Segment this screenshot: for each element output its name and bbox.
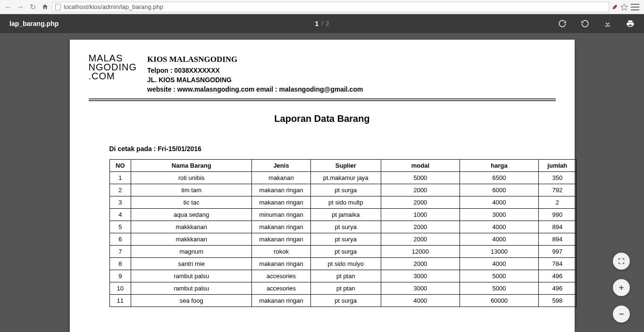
table-cell: 784 [539, 257, 576, 270]
table-row: 6makkkananmakanan ringanpt surya20004000… [109, 233, 576, 245]
table-row: 7magnumrokokpt surga1200013000997 [109, 245, 576, 257]
table-cell: 2000 [381, 196, 460, 208]
company-phone: Telpon : 0038XXXXXXX [147, 66, 363, 75]
table-cell: pt.makamur jaya [310, 171, 381, 184]
table-cell: roti unibis [131, 171, 252, 184]
document-page: MALAS NGODING .COM KIOS MALASNGODING Tel… [70, 40, 575, 332]
table-cell: 13000 [460, 245, 538, 257]
company-address: JL. KIOS MALASNGODING [147, 75, 363, 85]
forward-button[interactable]: → [15, 2, 25, 12]
header-divider [89, 98, 556, 101]
table-cell: 5000 [381, 171, 460, 184]
table-cell: aqua sedang [131, 208, 252, 221]
table-cell: makanan [252, 171, 311, 184]
table-cell: santri mie [131, 257, 252, 270]
table-cell: sea foog [131, 294, 252, 306]
address-bar[interactable]: localhost/kios/admin/lap_barang.php [52, 2, 609, 12]
table-header-row: NO Nama Barang Jenis Suplier modal harga… [109, 159, 576, 171]
table-cell: 894 [539, 221, 576, 233]
table-cell: 2000 [381, 257, 460, 270]
col-harga: harga [460, 159, 538, 171]
report-title: Laporan Data Barang [89, 113, 556, 124]
table-row: 10rambut palsuaccesoriespt ptan300050004… [109, 282, 576, 294]
zoom-out-button[interactable]: − [613, 306, 630, 323]
table-cell: 3000 [460, 208, 538, 221]
table-cell: makanan ringan [252, 294, 311, 306]
table-cell: 2000 [381, 233, 460, 245]
table-cell: 6500 [460, 171, 538, 184]
table-row: 2tim tammakanan ringanpt surga2000600079… [109, 184, 576, 196]
table-row: 11sea foogmakanan ringanpt surga40006000… [109, 294, 576, 306]
table-cell: 5 [109, 221, 131, 233]
printed-on-label: Di cetak pada : Fri-15/01/2016 [109, 145, 556, 153]
table-cell: 9 [109, 270, 131, 282]
hamburger-menu-icon[interactable] [631, 4, 639, 10]
pdf-filename: lap_barang.php [9, 20, 59, 27]
company-logo: MALAS NGODING .COM [89, 54, 137, 81]
pdf-viewer-area[interactable]: MALAS NGODING .COM KIOS MALASNGODING Tel… [0, 33, 644, 332]
table-cell: 4 [109, 208, 131, 221]
table-cell: accesories [252, 270, 311, 282]
table-cell: 894 [539, 233, 576, 245]
col-modal: modal [381, 159, 460, 171]
table-cell: makanan ringan [252, 221, 311, 233]
table-row: 8santri miemakanan ringanpt sido mulyo20… [109, 257, 576, 270]
fit-page-button[interactable] [613, 253, 630, 270]
table-row: 4aqua sedangminuman ringanpt jamaika1000… [109, 208, 576, 221]
page-icon [55, 4, 61, 10]
table-cell: 496 [539, 270, 576, 282]
table-cell: 990 [539, 208, 576, 221]
col-nama: Nama Barang [131, 159, 252, 171]
document-header: MALAS NGODING .COM KIOS MALASNGODING Tel… [89, 54, 556, 94]
table-cell: 598 [539, 294, 576, 306]
table-cell: 3000 [381, 282, 460, 294]
table-cell: 12000 [381, 245, 460, 257]
table-cell: 6 [109, 233, 131, 245]
bookmark-star-icon[interactable] [620, 3, 628, 11]
home-button[interactable] [40, 2, 50, 12]
table-cell: 60000 [460, 294, 538, 306]
table-cell: 8 [109, 257, 131, 270]
table-cell: pt ptan [310, 282, 381, 294]
pdf-toolbar: lap_barang.php 1 / 2 [0, 14, 644, 33]
table-cell: makkkanan [131, 233, 252, 245]
table-cell: makkkanan [131, 221, 252, 233]
table-cell: 792 [539, 184, 576, 196]
browser-toolbar: ← → ↻ localhost/kios/admin/lap_barang.ph… [0, 0, 644, 14]
table-cell: 11 [109, 294, 131, 306]
table-cell: magnum [131, 245, 252, 257]
table-cell: 2 [539, 196, 576, 208]
table-cell: makanan ringan [252, 196, 311, 208]
table-cell: 4000 [460, 221, 538, 233]
zoom-in-button[interactable]: + [613, 279, 630, 296]
table-cell: 10 [109, 282, 131, 294]
table-cell: 4000 [460, 196, 538, 208]
table-cell: 5000 [460, 282, 538, 294]
table-cell: 350 [539, 171, 576, 184]
data-table: NO Nama Barang Jenis Suplier modal harga… [109, 159, 577, 307]
svg-marker-0 [621, 4, 627, 10]
url-text: localhost/kios/admin/lap_barang.php [64, 3, 163, 10]
table-cell: 1 [109, 171, 131, 184]
table-cell: pt surga [310, 294, 381, 306]
col-jenis: Jenis [252, 159, 311, 171]
table-cell: pt sido mulyo [310, 257, 381, 270]
reload-button[interactable]: ↻ [27, 2, 38, 12]
rotate-cw-icon[interactable] [558, 19, 567, 28]
print-icon[interactable] [626, 19, 635, 28]
table-cell: pt surya [310, 221, 381, 233]
table-cell: 5000 [460, 270, 538, 282]
table-cell: 2000 [381, 184, 460, 196]
download-icon[interactable] [603, 19, 612, 28]
table-cell: minuman ringan [252, 208, 311, 221]
table-cell: pt sido multp [310, 196, 381, 208]
rotate-ccw-icon[interactable] [581, 19, 589, 28]
feather-icon [611, 4, 618, 10]
table-cell: pt surga [310, 184, 381, 196]
company-contact: website : www.malasngoding.com email : m… [147, 85, 363, 94]
table-cell: 2 [109, 184, 131, 196]
zoom-controls: + − [613, 253, 630, 323]
table-cell: 6000 [460, 184, 538, 196]
table-row: 5makkkananmakanan ringanpt surya20004000… [109, 221, 576, 233]
back-button[interactable]: ← [3, 2, 13, 12]
